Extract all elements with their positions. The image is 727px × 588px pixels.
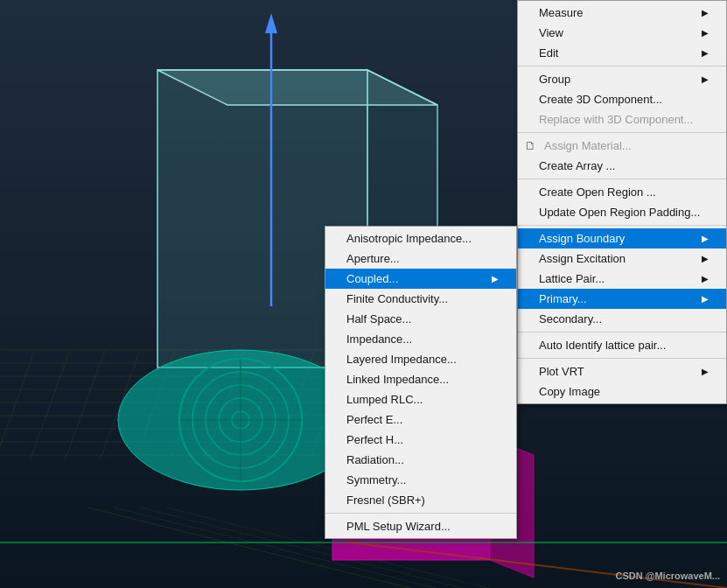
boundary-item-fresnel[interactable]: Fresnel (SBR+) bbox=[325, 490, 516, 510]
boundary-item-anisotropic[interactable]: Anisotropic Impedance... bbox=[325, 228, 516, 248]
menu-item-replace-3d: Replace with 3D Component... bbox=[518, 109, 726, 130]
menu-item-auto-identify[interactable]: Auto Identify lattice pair... bbox=[518, 335, 726, 355]
menu-item-primary[interactable]: Primary... ▶ bbox=[518, 289, 726, 309]
menu-item-secondary[interactable]: Secondary... bbox=[518, 309, 726, 329]
menu-item-group[interactable]: Group ▶ bbox=[518, 69, 726, 89]
submenu-arrow-assign-excitation: ▶ bbox=[702, 254, 709, 263]
menu-item-lattice-pair[interactable]: Lattice Pair... ▶ bbox=[518, 269, 726, 289]
submenu-arrow-lattice-pair: ▶ bbox=[702, 274, 709, 284]
separator-5 bbox=[518, 332, 726, 332]
submenu-arrow-view: ▶ bbox=[702, 28, 709, 38]
submenu-arrow-measure: ▶ bbox=[702, 8, 709, 18]
boundary-item-impedance[interactable]: Impedance... bbox=[325, 329, 516, 349]
submenu-arrow-edit: ▶ bbox=[702, 48, 709, 58]
menu-item-edit[interactable]: Edit ▶ bbox=[518, 43, 726, 63]
boundary-item-perfect-h[interactable]: Perfect H... bbox=[325, 430, 516, 450]
submenu-arrow-plot-vrt: ▶ bbox=[702, 367, 709, 376]
menu-item-measure[interactable]: Measure ▶ bbox=[518, 3, 726, 23]
separator-2 bbox=[518, 132, 726, 133]
boundary-item-half-space[interactable]: Half Space... bbox=[325, 309, 516, 329]
menu-item-assign-excitation[interactable]: Assign Excitation ▶ bbox=[518, 248, 726, 269]
watermark: CSDN @MicrowaveM... bbox=[615, 570, 720, 581]
submenu-arrow-group: ▶ bbox=[702, 74, 709, 84]
menu-item-assign-material: 🗋 Assign Material... bbox=[518, 136, 726, 156]
boundary-separator bbox=[325, 513, 516, 514]
menu-item-assign-boundary[interactable]: Assign Boundary ▶ bbox=[518, 228, 726, 248]
separator-6 bbox=[518, 358, 726, 359]
boundary-item-symmetry[interactable]: Symmetry... bbox=[325, 470, 516, 490]
boundary-item-finite-conductivity[interactable]: Finite Conductivity... bbox=[325, 289, 516, 309]
submenu-arrow-primary: ▶ bbox=[702, 294, 709, 304]
boundary-item-coupled[interactable]: Coupled... ▶ bbox=[325, 269, 516, 289]
menu-item-copy-image[interactable]: Copy Image bbox=[518, 382, 726, 402]
boundary-item-linked-impedance[interactable]: Linked Impedance... bbox=[325, 369, 516, 389]
boundary-item-pml[interactable]: PML Setup Wizard... bbox=[325, 516, 516, 536]
separator-1 bbox=[518, 66, 726, 66]
boundary-item-radiation[interactable]: Radiation... bbox=[325, 450, 516, 470]
boundary-submenu: Anisotropic Impedance... Aperture... Cou… bbox=[325, 226, 517, 539]
submenu-arrow-assign-boundary: ▶ bbox=[702, 234, 709, 243]
boundary-item-aperture[interactable]: Aperture... bbox=[325, 248, 516, 269]
menu-item-view[interactable]: View ▶ bbox=[518, 23, 726, 43]
menu-item-create-3d[interactable]: Create 3D Component... bbox=[518, 89, 726, 109]
separator-4 bbox=[518, 225, 726, 226]
menu-item-plot-vrt[interactable]: Plot VRT ▶ bbox=[518, 361, 726, 382]
boundary-item-perfect-e[interactable]: Perfect E... bbox=[325, 410, 516, 430]
boundary-item-layered-impedance[interactable]: Layered Impedance... bbox=[325, 349, 516, 369]
submenu-arrow-coupled: ▶ bbox=[492, 274, 499, 284]
separator-3 bbox=[518, 178, 726, 179]
main-context-menu: Measure ▶ View ▶ Edit ▶ Group ▶ Create 3… bbox=[517, 0, 727, 404]
assign-material-icon: 🗋 bbox=[523, 139, 537, 153]
menu-item-update-open-region[interactable]: Update Open Region Padding... bbox=[518, 202, 726, 222]
menu-item-create-array[interactable]: Create Array ... bbox=[518, 156, 726, 176]
menu-item-create-open-region[interactable]: Create Open Region ... bbox=[518, 182, 726, 202]
boundary-item-lumped-rlc[interactable]: Lumped RLC... bbox=[325, 389, 516, 410]
